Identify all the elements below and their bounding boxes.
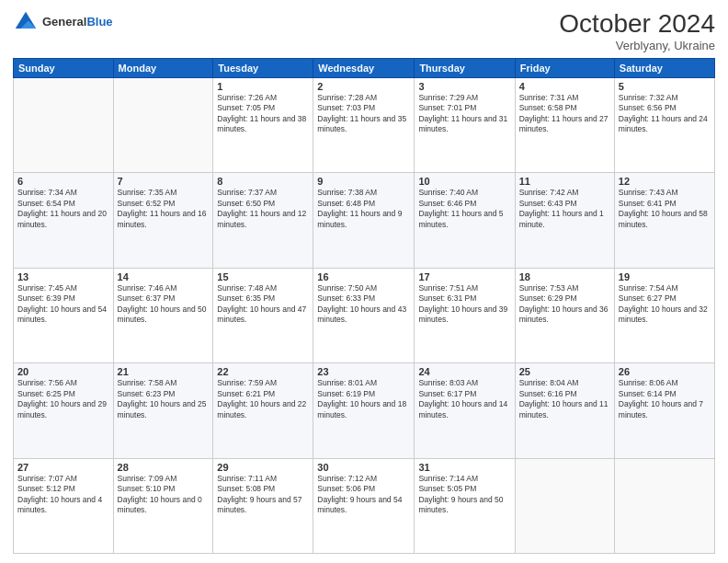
day-info: Sunrise: 7:56 AMSunset: 6:25 PMDaylight:… xyxy=(17,378,109,420)
day-number: 15 xyxy=(217,271,309,282)
day-cell xyxy=(515,458,614,553)
day-info: Sunrise: 7:42 AMSunset: 6:43 PMDaylight:… xyxy=(519,188,610,230)
day-cell: 12Sunrise: 7:43 AMSunset: 6:41 PMDayligh… xyxy=(614,173,714,268)
day-info: Sunrise: 7:45 AMSunset: 6:39 PMDaylight:… xyxy=(17,283,109,326)
day-number: 21 xyxy=(118,366,210,377)
day-info: Sunrise: 7:40 AMSunset: 6:46 PMDaylight:… xyxy=(418,188,510,230)
day-info: Sunrise: 7:59 AMSunset: 6:21 PMDaylight:… xyxy=(217,378,309,420)
day-cell: 30Sunrise: 7:12 AMSunset: 5:06 PMDayligh… xyxy=(313,458,415,553)
day-number: 13 xyxy=(17,271,109,282)
day-cell: 9Sunrise: 7:38 AMSunset: 6:48 PMDaylight… xyxy=(313,173,415,268)
week-row-4: 20Sunrise: 7:56 AMSunset: 6:25 PMDayligh… xyxy=(14,363,715,458)
day-number: 3 xyxy=(418,81,510,92)
day-cell xyxy=(614,458,714,553)
day-info: Sunrise: 8:01 AMSunset: 6:19 PMDaylight:… xyxy=(317,378,410,420)
day-number: 14 xyxy=(118,271,210,282)
calendar-header: SundayMondayTuesdayWednesdayThursdayFrid… xyxy=(14,59,715,78)
day-info: Sunrise: 7:48 AMSunset: 6:35 PMDaylight:… xyxy=(217,283,309,326)
day-cell: 14Sunrise: 7:46 AMSunset: 6:37 PMDayligh… xyxy=(113,268,213,362)
day-number: 5 xyxy=(619,81,711,92)
day-info: Sunrise: 7:14 AMSunset: 5:05 PMDaylight:… xyxy=(418,474,510,516)
day-cell: 10Sunrise: 7:40 AMSunset: 6:46 PMDayligh… xyxy=(415,173,515,268)
calendar: SundayMondayTuesdayWednesdayThursdayFrid… xyxy=(13,58,715,554)
day-cell: 19Sunrise: 7:54 AMSunset: 6:27 PMDayligh… xyxy=(614,268,714,362)
day-info: Sunrise: 7:37 AMSunset: 6:50 PMDaylight:… xyxy=(217,188,309,230)
day-info: Sunrise: 8:06 AMSunset: 6:14 PMDaylight:… xyxy=(619,378,711,420)
header: GeneralBlue October 2024 Verblyany, Ukra… xyxy=(13,9,715,52)
day-info: Sunrise: 7:50 AMSunset: 6:33 PMDaylight:… xyxy=(317,283,410,326)
day-info: Sunrise: 7:32 AMSunset: 6:56 PMDaylight:… xyxy=(619,93,711,135)
day-number: 9 xyxy=(317,176,410,187)
logo: GeneralBlue xyxy=(13,9,113,35)
day-cell: 29Sunrise: 7:11 AMSunset: 5:08 PMDayligh… xyxy=(213,458,313,553)
day-info: Sunrise: 7:28 AMSunset: 7:03 PMDaylight:… xyxy=(317,93,410,135)
day-cell: 11Sunrise: 7:42 AMSunset: 6:43 PMDayligh… xyxy=(515,173,614,268)
day-cell: 28Sunrise: 7:09 AMSunset: 5:10 PMDayligh… xyxy=(113,458,213,553)
day-cell: 16Sunrise: 7:50 AMSunset: 6:33 PMDayligh… xyxy=(313,268,415,362)
day-info: Sunrise: 7:12 AMSunset: 5:06 PMDaylight:… xyxy=(317,474,410,516)
day-number: 20 xyxy=(17,366,109,377)
day-number: 17 xyxy=(418,271,510,282)
day-number: 12 xyxy=(619,176,711,187)
day-number: 1 xyxy=(217,81,309,92)
day-number: 31 xyxy=(418,462,510,473)
day-header-saturday: Saturday xyxy=(614,59,714,78)
day-cell: 7Sunrise: 7:35 AMSunset: 6:52 PMDaylight… xyxy=(113,173,213,268)
day-info: Sunrise: 8:04 AMSunset: 6:16 PMDaylight:… xyxy=(519,378,610,420)
day-cell: 1Sunrise: 7:26 AMSunset: 7:05 PMDaylight… xyxy=(213,78,313,173)
calendar-body: 1Sunrise: 7:26 AMSunset: 7:05 PMDaylight… xyxy=(14,78,715,554)
day-number: 2 xyxy=(317,81,410,92)
day-cell xyxy=(113,78,213,173)
day-number: 19 xyxy=(619,271,711,282)
day-number: 22 xyxy=(217,366,309,377)
day-info: Sunrise: 8:03 AMSunset: 6:17 PMDaylight:… xyxy=(418,378,510,420)
day-number: 8 xyxy=(217,176,309,187)
day-cell: 23Sunrise: 8:01 AMSunset: 6:19 PMDayligh… xyxy=(313,363,415,458)
day-header-friday: Friday xyxy=(515,59,614,78)
day-cell: 26Sunrise: 8:06 AMSunset: 6:14 PMDayligh… xyxy=(614,363,714,458)
day-info: Sunrise: 7:35 AMSunset: 6:52 PMDaylight:… xyxy=(118,188,210,230)
day-cell: 22Sunrise: 7:59 AMSunset: 6:21 PMDayligh… xyxy=(213,363,313,458)
title-block: October 2024 Verblyany, Ukraine xyxy=(559,9,715,52)
day-header-tuesday: Tuesday xyxy=(213,59,313,78)
day-cell: 13Sunrise: 7:45 AMSunset: 6:39 PMDayligh… xyxy=(14,268,114,362)
day-number: 6 xyxy=(17,176,109,187)
month-title: October 2024 xyxy=(559,9,715,39)
week-row-5: 27Sunrise: 7:07 AMSunset: 5:12 PMDayligh… xyxy=(14,458,715,553)
day-info: Sunrise: 7:38 AMSunset: 6:48 PMDaylight:… xyxy=(317,188,410,230)
day-info: Sunrise: 7:11 AMSunset: 5:08 PMDaylight:… xyxy=(217,474,309,516)
day-number: 30 xyxy=(317,462,410,473)
day-info: Sunrise: 7:43 AMSunset: 6:41 PMDaylight:… xyxy=(619,188,711,230)
day-number: 7 xyxy=(118,176,210,187)
day-header-thursday: Thursday xyxy=(415,59,515,78)
day-cell: 21Sunrise: 7:58 AMSunset: 6:23 PMDayligh… xyxy=(113,363,213,458)
day-number: 25 xyxy=(519,366,610,377)
day-info: Sunrise: 7:07 AMSunset: 5:12 PMDaylight:… xyxy=(17,474,109,516)
day-header-monday: Monday xyxy=(113,59,213,78)
day-cell: 15Sunrise: 7:48 AMSunset: 6:35 PMDayligh… xyxy=(213,268,313,362)
day-number: 16 xyxy=(317,271,410,282)
day-info: Sunrise: 7:54 AMSunset: 6:27 PMDaylight:… xyxy=(619,283,711,326)
day-cell: 25Sunrise: 8:04 AMSunset: 6:16 PMDayligh… xyxy=(515,363,614,458)
day-number: 24 xyxy=(418,366,510,377)
location: Verblyany, Ukraine xyxy=(559,39,715,52)
day-number: 23 xyxy=(317,366,410,377)
day-number: 10 xyxy=(418,176,510,187)
day-cell: 3Sunrise: 7:29 AMSunset: 7:01 PMDaylight… xyxy=(415,78,515,173)
day-cell: 27Sunrise: 7:07 AMSunset: 5:12 PMDayligh… xyxy=(14,458,114,553)
day-info: Sunrise: 7:29 AMSunset: 7:01 PMDaylight:… xyxy=(418,93,510,135)
day-header-sunday: Sunday xyxy=(14,59,114,78)
day-cell: 8Sunrise: 7:37 AMSunset: 6:50 PMDaylight… xyxy=(213,173,313,268)
day-info: Sunrise: 7:46 AMSunset: 6:37 PMDaylight:… xyxy=(118,283,210,326)
day-cell: 2Sunrise: 7:28 AMSunset: 7:03 PMDaylight… xyxy=(313,78,415,173)
day-info: Sunrise: 7:34 AMSunset: 6:54 PMDaylight:… xyxy=(17,188,109,230)
day-number: 18 xyxy=(519,271,610,282)
day-cell: 4Sunrise: 7:31 AMSunset: 6:58 PMDaylight… xyxy=(515,78,614,173)
week-row-2: 6Sunrise: 7:34 AMSunset: 6:54 PMDaylight… xyxy=(14,173,715,268)
logo-text: GeneralBlue xyxy=(42,15,113,29)
day-cell: 18Sunrise: 7:53 AMSunset: 6:29 PMDayligh… xyxy=(515,268,614,362)
day-cell: 20Sunrise: 7:56 AMSunset: 6:25 PMDayligh… xyxy=(14,363,114,458)
day-number: 27 xyxy=(17,462,109,473)
logo-icon xyxy=(13,9,39,35)
day-info: Sunrise: 7:51 AMSunset: 6:31 PMDaylight:… xyxy=(418,283,510,326)
